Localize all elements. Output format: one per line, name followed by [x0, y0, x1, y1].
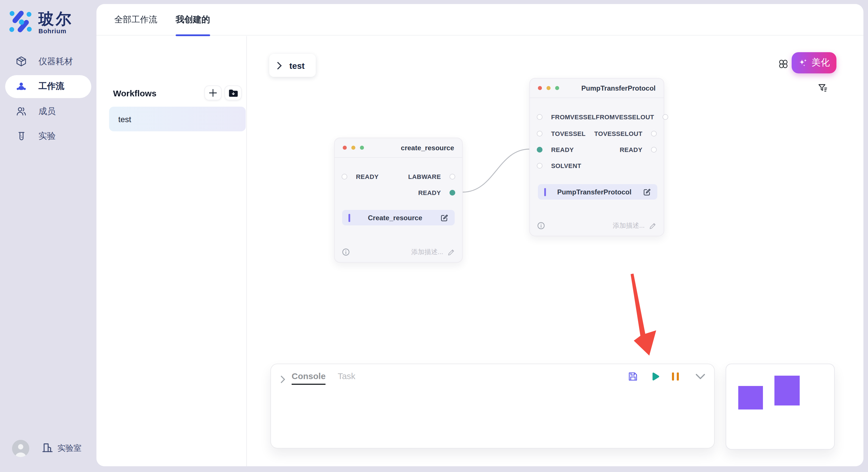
task-tab[interactable]: Task [338, 371, 355, 385]
logo-subtitle: Bohrium [38, 27, 73, 34]
port-circle[interactable] [537, 163, 542, 169]
console-panel: Console Task [270, 364, 715, 448]
members-icon [16, 105, 27, 117]
add-workflow-button[interactable] [205, 86, 222, 100]
input-port-solvent[interactable]: SOLVENT [537, 162, 581, 169]
tab-my-created[interactable]: 我创建的 [176, 4, 210, 35]
node-action-create-resource[interactable]: Create_resource [342, 210, 455, 225]
test-tube-icon [16, 131, 27, 142]
node-header: PumpTransferProtocol [530, 78, 663, 98]
sidebar: 玻尔 Bohrium 仪器耗材 [0, 0, 96, 472]
logo-title: 玻尔 [38, 11, 73, 27]
input-port-tovessel[interactable]: TOVESSEL [537, 130, 586, 137]
console-tab[interactable]: Console [291, 371, 326, 385]
traffic-dots-icon [538, 86, 559, 90]
beautify-button[interactable]: 美化 [792, 52, 836, 73]
node-action-pump-transfer[interactable]: PumpTransferProtocol [538, 184, 657, 200]
port-circle-connected[interactable] [450, 190, 455, 196]
output-port-fromvesselout[interactable]: FROMVESSELOUT [596, 113, 669, 121]
command-grid-icon[interactable] [778, 59, 788, 71]
bohrium-logo: 玻尔 Bohrium [9, 10, 73, 35]
sidebar-item-label: 仪器耗材 [38, 56, 73, 67]
console-collapse-chevron-icon[interactable] [281, 375, 285, 385]
pencil-icon[interactable] [448, 248, 455, 256]
folder-download-icon [228, 89, 238, 97]
sparkles-icon [798, 58, 807, 67]
traffic-dots-icon [343, 146, 364, 150]
beautify-label: 美化 [811, 57, 830, 69]
node-header: create_resource [335, 138, 462, 158]
workflow-icon [16, 80, 27, 92]
pause-icon[interactable] [672, 372, 679, 381]
node-title: PumpTransferProtocol [581, 84, 656, 92]
main-panel: 全部工作流 我创建的 Workflows [96, 4, 863, 466]
minimap-node-create-resource [738, 386, 763, 409]
node-pump-transfer-protocol[interactable]: PumpTransferProtocol FROMVESSEL FROMVESS… [529, 78, 664, 236]
lab-switcher[interactable]: 实验室 [41, 442, 82, 456]
port-circle-connected[interactable] [537, 147, 542, 153]
output-port-ready[interactable]: READY [418, 189, 455, 196]
breadcrumb-label: test [289, 61, 305, 70]
bohrium-logo-icon [9, 10, 32, 35]
sidebar-item-label: 成员 [38, 106, 56, 117]
node-footer: 添加描述... [537, 222, 656, 230]
node-title: create_resource [401, 144, 454, 152]
box-icon [16, 56, 27, 67]
canvas-breadcrumb[interactable]: test [269, 54, 316, 77]
workflow-item-name: test [118, 114, 131, 124]
output-port-labware[interactable]: LABWARE [408, 173, 455, 180]
sidebar-nav: 仪器耗材 工作流 [5, 50, 91, 148]
workflow-list-item-test[interactable]: test [109, 107, 246, 131]
edit-icon[interactable] [440, 214, 448, 222]
description-placeholder[interactable]: 添加描述... [613, 222, 645, 230]
input-port-ready[interactable]: READY [342, 173, 379, 180]
run-icon[interactable] [650, 372, 660, 381]
info-icon[interactable] [342, 248, 350, 256]
description-placeholder[interactable]: 添加描述... [411, 248, 443, 256]
sidebar-item-label: 实验 [38, 131, 56, 142]
tab-all-workflows[interactable]: 全部工作流 [114, 4, 157, 35]
plus-icon [209, 89, 217, 97]
output-port-tovesselout[interactable]: TOVESSELOUT [594, 130, 657, 137]
workflow-tabs: 全部工作流 我创建的 [96, 4, 863, 36]
lab-label: 实验室 [57, 443, 82, 453]
import-folder-button[interactable] [224, 86, 242, 100]
workflow-panel-title: Workflows [113, 88, 156, 98]
port-circle[interactable] [537, 131, 542, 136]
node-create-resource[interactable]: create_resource READY LABWARE READY [334, 138, 463, 263]
building-icon [41, 442, 53, 456]
port-circle[interactable] [450, 174, 455, 179]
filter-icon[interactable] [818, 84, 827, 95]
sidebar-item-experiments[interactable]: 实验 [5, 125, 91, 148]
port-circle[interactable] [651, 147, 657, 153]
info-icon[interactable] [537, 222, 545, 229]
port-circle[interactable] [537, 114, 542, 120]
sidebar-item-members[interactable]: 成员 [5, 100, 91, 123]
pencil-icon[interactable] [649, 222, 656, 229]
port-circle[interactable] [651, 131, 657, 136]
node-footer: 添加描述... [342, 248, 455, 256]
input-port-fromvessel[interactable]: FROMVESSEL [537, 113, 596, 121]
chevron-down-icon[interactable] [696, 374, 705, 379]
port-circle[interactable] [342, 174, 347, 179]
sidebar-item-label: 工作流 [38, 81, 64, 92]
output-port-ready[interactable]: READY [620, 146, 657, 153]
port-circle[interactable] [663, 114, 669, 120]
bohrium-workflow-app: 玻尔 Bohrium 仪器耗材 [0, 0, 868, 472]
minimap-node-pump-transfer [774, 376, 800, 405]
sidebar-item-workflow[interactable]: 工作流 [5, 75, 91, 98]
edit-icon[interactable] [643, 188, 651, 196]
chevron-right-icon [277, 62, 282, 69]
user-avatar[interactable] [12, 440, 29, 457]
workflow-list-panel: Workflows test [96, 36, 247, 466]
sidebar-item-instruments[interactable]: 仪器耗材 [5, 50, 91, 73]
save-icon[interactable] [628, 372, 638, 381]
input-port-ready[interactable]: READY [537, 146, 574, 153]
minimap[interactable] [725, 364, 835, 450]
